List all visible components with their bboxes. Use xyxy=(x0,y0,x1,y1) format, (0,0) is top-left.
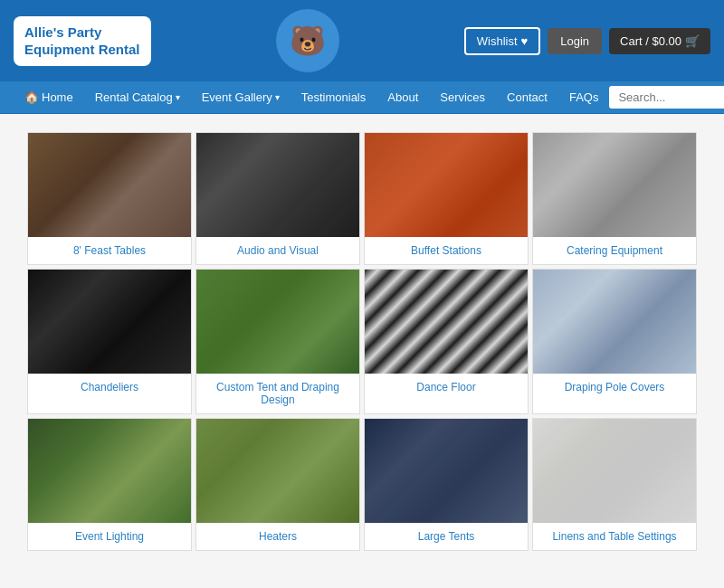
event-lighting-image xyxy=(28,419,191,523)
chandeliers-label: Chandeliers xyxy=(28,374,191,401)
linens-table-image xyxy=(533,419,696,523)
grid-item-custom-tent[interactable]: Custom Tent and Draping Design xyxy=(195,269,360,414)
site-header: Allie's Party Equipment Rental 🐻 Wishlis… xyxy=(0,0,724,81)
nav-rental-catalog[interactable]: Rental Catalog ▾ xyxy=(84,81,191,113)
search-form: 🔍 xyxy=(609,86,724,109)
grid-item-feast-tables[interactable]: 8' Feast Tables xyxy=(27,132,192,265)
feast-tables-label: 8' Feast Tables xyxy=(28,237,191,264)
grid-item-audio-visual[interactable]: Audio and Visual xyxy=(195,132,360,265)
heart-icon: ♥ xyxy=(521,34,529,48)
nav-services[interactable]: Services xyxy=(429,81,496,113)
heaters-label: Heaters xyxy=(196,523,359,550)
large-tents-label: Large Tents xyxy=(365,523,528,550)
custom-tent-image xyxy=(196,270,359,374)
dance-floor-image xyxy=(365,270,528,374)
login-button[interactable]: Login xyxy=(548,28,602,54)
cart-icon: 🛒 xyxy=(685,34,700,48)
catalog-grid: 8' Feast TablesAudio and VisualBuffet St… xyxy=(27,132,697,551)
buffet-stations-label: Buffet Stations xyxy=(365,237,528,264)
grid-item-catering-equipment[interactable]: Catering Equipment xyxy=(532,132,697,265)
heaters-image xyxy=(196,419,359,523)
chandeliers-image xyxy=(28,270,191,374)
nav-home[interactable]: 🏠 Home xyxy=(14,81,84,113)
main-nav: 🏠 Home Rental Catalog ▾ Event Gallery ▾ … xyxy=(0,81,724,114)
grid-item-linens-table[interactable]: Linens and Table Settings xyxy=(532,418,697,551)
nav-about[interactable]: About xyxy=(376,81,429,113)
audio-visual-label: Audio and Visual xyxy=(196,237,359,264)
draping-pole-image xyxy=(533,270,696,374)
audio-visual-image xyxy=(196,133,359,237)
event-lighting-label: Event Lighting xyxy=(28,523,191,550)
nav-testimonials[interactable]: Testimonials xyxy=(291,81,377,113)
header-actions: Wishlist ♥ Login Cart / $0.00 🛒 xyxy=(464,27,710,55)
header-center: 🐻 xyxy=(151,9,464,72)
main-content: 8' Feast TablesAudio and VisualBuffet St… xyxy=(0,114,724,569)
catering-equipment-label: Catering Equipment xyxy=(533,237,696,264)
chevron-down-icon: ▾ xyxy=(275,92,280,102)
grid-item-heaters[interactable]: Heaters xyxy=(195,418,360,551)
site-logo[interactable]: Allie's Party Equipment Rental xyxy=(14,16,151,66)
large-tents-image xyxy=(365,419,528,523)
nav-contact[interactable]: Contact xyxy=(496,81,558,113)
linens-table-label: Linens and Table Settings xyxy=(533,523,696,550)
buffet-stations-image xyxy=(365,133,528,237)
dance-floor-label: Dance Floor xyxy=(365,374,528,401)
catering-equipment-image xyxy=(533,133,696,237)
wishlist-button[interactable]: Wishlist ♥ xyxy=(464,27,541,55)
wishlist-label: Wishlist xyxy=(477,34,518,48)
draping-pole-label: Draping Pole Covers xyxy=(533,374,696,401)
grid-item-large-tents[interactable]: Large Tents xyxy=(364,418,529,551)
chevron-down-icon: ▾ xyxy=(176,92,180,102)
grid-item-event-lighting[interactable]: Event Lighting xyxy=(27,418,192,551)
home-icon: 🏠 xyxy=(24,90,39,104)
custom-tent-label: Custom Tent and Draping Design xyxy=(196,374,359,413)
grid-item-chandeliers[interactable]: Chandeliers xyxy=(27,269,192,414)
cart-button[interactable]: Cart / $0.00 🛒 xyxy=(609,28,710,54)
mascot-icon: 🐻 xyxy=(276,9,339,72)
grid-item-draping-pole[interactable]: Draping Pole Covers xyxy=(532,269,697,414)
nav-event-gallery[interactable]: Event Gallery ▾ xyxy=(191,81,291,113)
logo-line1: Allie's Party xyxy=(24,24,140,42)
logo-line2: Equipment Rental xyxy=(24,41,140,59)
nav-faqs[interactable]: FAQs xyxy=(558,81,610,113)
grid-item-dance-floor[interactable]: Dance Floor xyxy=(364,269,529,414)
search-input[interactable] xyxy=(609,86,724,109)
feast-tables-image xyxy=(28,133,191,237)
grid-item-buffet-stations[interactable]: Buffet Stations xyxy=(364,132,529,265)
